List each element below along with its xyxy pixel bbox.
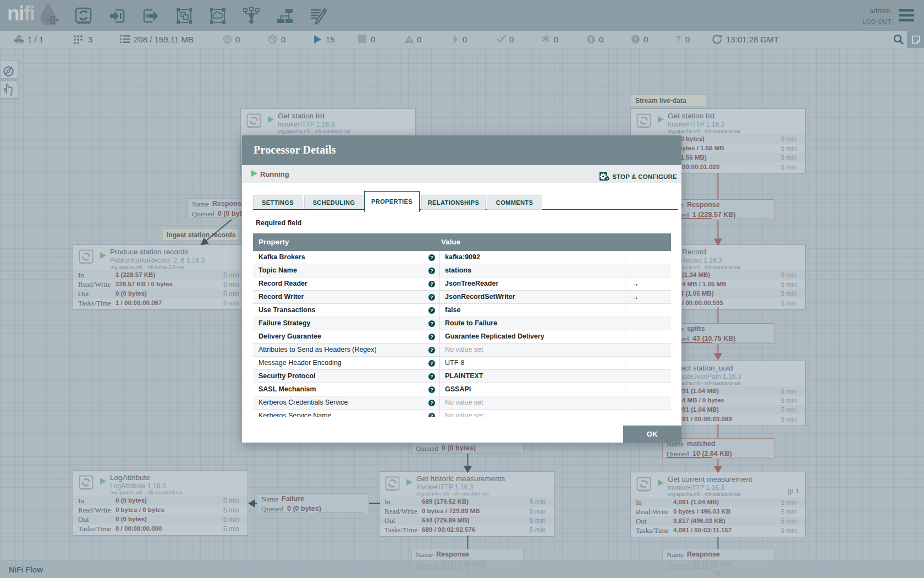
svg-text:?: ? — [675, 35, 681, 44]
